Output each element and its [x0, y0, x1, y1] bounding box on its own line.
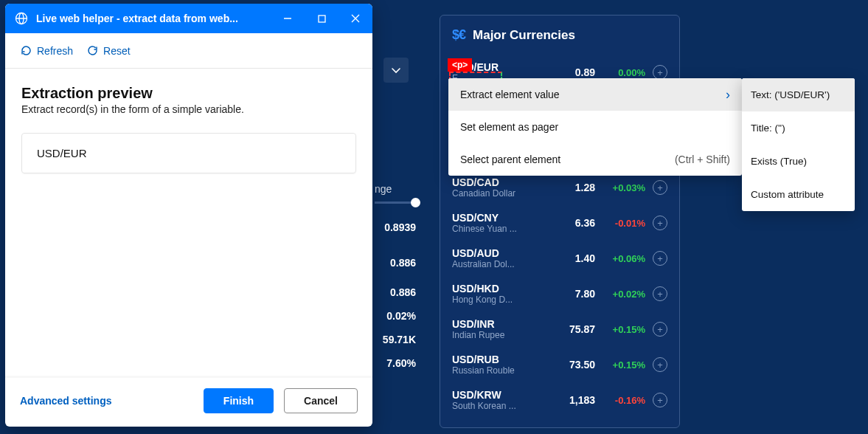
currency-code: USD/INR	[452, 318, 544, 330]
stat-value: 0.886	[375, 286, 416, 298]
currency-value: 1.40	[551, 252, 595, 264]
submenu-item[interactable]: Exists (True)	[742, 145, 855, 178]
currency-pair: USD/CNYChinese Yuan ...	[452, 212, 544, 234]
cancel-button[interactable]: Cancel	[284, 388, 358, 413]
currency-pair: USD/CADCanadian Dollar	[452, 176, 544, 199]
add-icon[interactable]: +	[653, 286, 667, 301]
currency-change: +0.15%	[603, 359, 645, 371]
currency-value: 75.87	[551, 323, 595, 335]
context-menu-item[interactable]: Select parent element(Ctrl + Shift)	[448, 143, 742, 176]
dialog-body: Extraction preview Extract record(s) in …	[5, 69, 372, 376]
currency-code: USD/AUD	[452, 247, 544, 259]
stat-value: 7.60%	[375, 357, 416, 369]
currency-change: +0.15%	[603, 324, 645, 335]
menu-item-label: Extract element value	[460, 89, 560, 100]
add-icon[interactable]: +	[653, 357, 667, 372]
refresh-label: Refresh	[37, 45, 73, 57]
element-tag-badge: <p>	[448, 58, 472, 72]
submenu-item-label: Text: ('USD/EUR')	[751, 89, 830, 100]
context-menu: Extract element value›Set element as pag…	[448, 78, 742, 176]
currency-pair: USD/KRWSouth Korean ...	[452, 389, 544, 411]
add-icon[interactable]: +	[653, 251, 667, 266]
advanced-settings-link[interactable]: Advanced settings	[20, 395, 193, 407]
currency-code: USD/HKD	[452, 283, 544, 294]
preview-card: USD/EUR	[21, 133, 356, 173]
currency-name: Hong Kong D...	[452, 294, 526, 305]
currency-value: 73.50	[551, 359, 595, 371]
preview-subheading: Extract record(s) in the form of a simpl…	[21, 103, 356, 115]
dialog-toolbar: Refresh Reset	[5, 33, 372, 69]
currency-change: +0.03%	[603, 182, 645, 193]
currency-change: -0.16%	[603, 395, 645, 406]
currency-pair: USD/INRIndian Rupee	[452, 318, 544, 340]
menu-item-label: Select parent element	[460, 154, 560, 165]
close-button[interactable]	[338, 4, 372, 33]
extraction-dialog: Live web helper - extract data from web.…	[5, 4, 372, 427]
finish-button[interactable]: Finish	[204, 388, 274, 413]
currency-change: +0.02%	[603, 289, 645, 300]
maximize-button[interactable]	[305, 4, 338, 33]
currency-code: USD/CAD	[452, 176, 544, 188]
submenu-item-label: Custom attribute	[751, 189, 824, 200]
submenu-item-label: Title: ('')	[751, 123, 785, 134]
currency-code: USD/RUB	[452, 354, 544, 365]
context-menu-item[interactable]: Set element as pager	[448, 111, 742, 143]
stat-value: 0.886	[375, 257, 416, 269]
submenu-item[interactable]: Custom attribute	[742, 178, 855, 211]
currency-name: Australian Dol...	[452, 259, 526, 269]
currency-row[interactable]: USD/HKDHong Kong D...7.80+0.02%+	[452, 276, 667, 311]
refresh-button[interactable]: Refresh	[20, 44, 73, 57]
currency-row[interactable]: USD/RUBRussian Rouble73.50+0.15%+	[452, 347, 667, 382]
dialog-title: Live web helper - extract data from web.…	[36, 13, 271, 24]
currency-row[interactable]: USD/INRIndian Rupee75.87+0.15%+	[452, 311, 667, 347]
currency-pair: USD/RUBRussian Rouble	[452, 354, 544, 376]
currency-value: 1,183	[551, 394, 595, 406]
currency-name: Canadian Dollar	[452, 188, 526, 199]
currency-name: Indian Rupee	[452, 330, 526, 340]
globe-icon	[14, 11, 29, 26]
submenu-item[interactable]: Title: ('')	[742, 111, 855, 145]
context-menu-item[interactable]: Extract element value›	[448, 78, 742, 111]
currency-value: 6.36	[551, 217, 595, 229]
currency-pair: USD/AUDAustralian Dol...	[452, 247, 544, 269]
currency-name: Chinese Yuan ...	[452, 224, 526, 234]
currency-code: USD/CNY	[452, 212, 544, 224]
range-label: nge	[375, 183, 392, 195]
currencies-panel: $€ Major Currencies <p> USD/EURE0.890.00…	[440, 15, 680, 428]
reset-label: Reset	[103, 45, 131, 57]
currency-icon: $€	[452, 27, 465, 43]
currency-row[interactable]: USD/AUDAustralian Dol...1.40+0.06%+	[452, 241, 667, 276]
currency-code: USD/KRW	[452, 389, 544, 401]
currency-name: Russian Rouble	[452, 365, 526, 376]
currency-change: -0.01%	[603, 218, 645, 229]
add-icon[interactable]: +	[653, 216, 667, 230]
menu-item-hint: (Ctrl + Shift)	[675, 154, 730, 165]
add-icon[interactable]: +	[653, 393, 667, 407]
dialog-footer: Advanced settings Finish Cancel	[5, 376, 372, 427]
add-icon[interactable]: +	[653, 322, 667, 337]
currency-name: South Korean ...	[452, 401, 526, 411]
preview-value: USD/EUR	[37, 147, 87, 159]
reset-button[interactable]: Reset	[86, 44, 131, 57]
add-icon[interactable]: +	[653, 180, 667, 195]
chevron-down-icon[interactable]	[383, 58, 409, 83]
currency-change: 0.00%	[603, 67, 645, 78]
currency-row[interactable]: USD/CNYChinese Yuan ...6.36-0.01%+	[452, 205, 667, 241]
stat-value: 0.8939	[375, 221, 416, 233]
currencies-header: $€ Major Currencies	[452, 27, 667, 43]
minimize-button[interactable]	[271, 4, 305, 33]
currency-change: +0.06%	[603, 253, 645, 264]
currency-value: 7.80	[551, 288, 595, 300]
dialog-titlebar[interactable]: Live web helper - extract data from web.…	[5, 4, 372, 33]
submenu-item-label: Exists (True)	[751, 156, 807, 167]
svg-rect-4	[319, 16, 325, 22]
range-slider[interactable]	[375, 202, 416, 204]
stat-value: 0.02%	[375, 310, 416, 322]
submenu-item[interactable]: Text: ('USD/EUR')	[742, 78, 855, 111]
currency-row[interactable]: USD/KRWSouth Korean ...1,183-0.16%+	[452, 382, 667, 418]
stat-value: 59.71K	[375, 334, 416, 345]
context-submenu: Text: ('USD/EUR')Title: ('')Exists (True…	[742, 78, 855, 211]
preview-heading: Extraction preview	[21, 85, 356, 102]
add-icon[interactable]: +	[653, 65, 667, 80]
currencies-title: Major Currencies	[473, 28, 575, 43]
